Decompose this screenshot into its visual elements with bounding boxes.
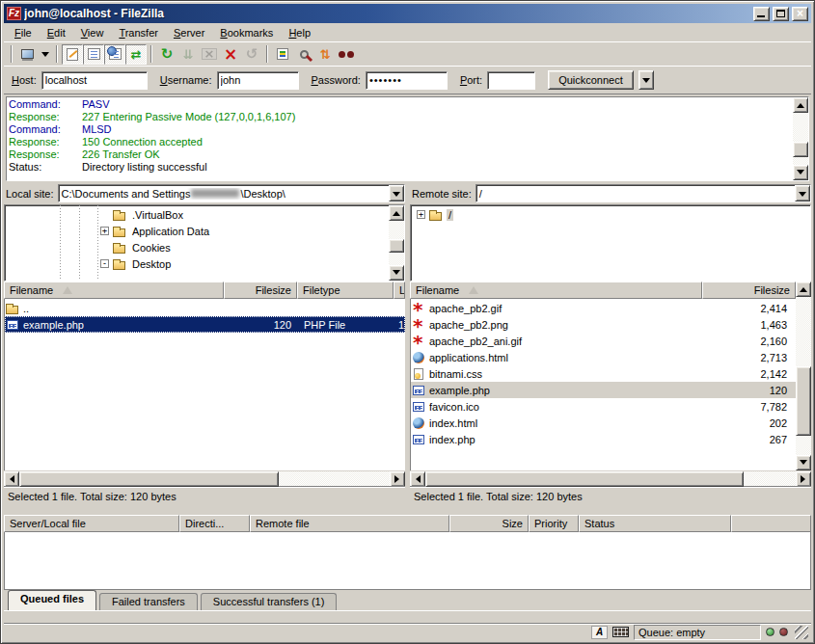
site-manager-dropdown-button[interactable] bbox=[38, 44, 52, 65]
menu-server[interactable]: Server bbox=[166, 25, 212, 40]
column-size[interactable]: Size bbox=[449, 515, 529, 532]
scroll-up-button[interactable] bbox=[389, 205, 404, 221]
find-files-button[interactable] bbox=[336, 44, 357, 65]
column-filename[interactable]: Filename bbox=[410, 282, 702, 299]
menu-help[interactable]: Help bbox=[281, 25, 318, 40]
queue-splitter[interactable] bbox=[4, 505, 811, 515]
file-row[interactable]: favicon.ico7,782 bbox=[411, 398, 796, 415]
scroll-right-button[interactable] bbox=[390, 471, 405, 487]
tab-failed-transfers[interactable]: Failed transfers bbox=[99, 593, 198, 610]
local-site-combo[interactable]: C:\Documents and Settings\Desktop\ bbox=[58, 184, 405, 202]
reconnect-button[interactable]: ↺ bbox=[241, 44, 262, 65]
file-row[interactable]: index.php267 bbox=[411, 431, 796, 447]
scroll-track[interactable] bbox=[425, 471, 796, 487]
column-last-modified[interactable]: L bbox=[394, 282, 405, 299]
local-horizontal-scrollbar[interactable] bbox=[4, 471, 405, 487]
toggle-queue-button[interactable]: ⇄ bbox=[125, 44, 147, 65]
column-server-local-file[interactable]: Server/Local file bbox=[4, 515, 179, 532]
quickconnect-button[interactable]: Quickconnect bbox=[548, 70, 634, 90]
process-queue-button[interactable]: ⇊ bbox=[177, 44, 199, 65]
file-row[interactable]: index.html202 bbox=[411, 415, 796, 431]
site-manager-button[interactable] bbox=[16, 44, 38, 65]
file-row[interactable]: apache_pb2_ani.gif2,160 bbox=[411, 333, 796, 349]
tree-item[interactable]: -Desktop bbox=[5, 255, 389, 272]
log-scrollbar[interactable] bbox=[793, 97, 808, 180]
column-status[interactable]: Status bbox=[579, 515, 731, 532]
username-input[interactable] bbox=[217, 71, 299, 90]
disconnect-button[interactable]: × bbox=[220, 44, 241, 65]
scroll-up-button[interactable] bbox=[796, 282, 811, 297]
minimize-button[interactable] bbox=[753, 7, 770, 21]
close-button[interactable]: × bbox=[792, 7, 808, 21]
local-tree-scrollbar[interactable] bbox=[389, 205, 404, 281]
menu-transfer[interactable]: Transfer bbox=[111, 25, 166, 40]
menu-file[interactable]: File bbox=[7, 25, 40, 40]
remote-site-dropdown-button[interactable] bbox=[795, 185, 810, 201]
scroll-thumb[interactable] bbox=[19, 471, 279, 487]
scroll-thumb[interactable] bbox=[425, 471, 744, 487]
scroll-right-button[interactable] bbox=[796, 471, 811, 487]
file-row[interactable]: apache_pb2.gif2,414 bbox=[411, 300, 796, 316]
scroll-down-button[interactable] bbox=[793, 165, 808, 180]
tree-item[interactable]: +/ bbox=[411, 206, 810, 223]
scroll-down-button[interactable] bbox=[796, 455, 811, 470]
local-site-dropdown-button[interactable] bbox=[389, 185, 404, 201]
column-remote-file[interactable]: Remote file bbox=[250, 515, 449, 532]
password-input[interactable] bbox=[366, 71, 448, 90]
file-row[interactable]: apache_pb2.png1,463 bbox=[411, 316, 796, 333]
scroll-track[interactable] bbox=[389, 221, 404, 265]
tree-item[interactable]: Cookies bbox=[5, 239, 389, 255]
cancel-button[interactable]: × bbox=[199, 44, 220, 65]
column-filesize[interactable]: Filesize bbox=[224, 282, 297, 299]
tree-item[interactable]: +Application Data bbox=[5, 223, 389, 239]
scroll-up-button[interactable] bbox=[793, 97, 808, 113]
scroll-track[interactable] bbox=[793, 113, 808, 165]
expand-icon[interactable]: + bbox=[417, 210, 425, 219]
scroll-thumb[interactable] bbox=[796, 366, 811, 436]
quickconnect-dropdown-button[interactable] bbox=[638, 70, 654, 90]
refresh-button[interactable]: ↻ bbox=[156, 44, 177, 65]
remote-site-combo[interactable]: / bbox=[475, 184, 811, 202]
remote-horizontal-scrollbar[interactable] bbox=[410, 471, 811, 487]
toggle-message-log-button[interactable] bbox=[62, 44, 83, 65]
file-row[interactable]: applications.html2,713 bbox=[411, 349, 796, 365]
remote-list-scrollbar[interactable] bbox=[796, 282, 811, 470]
menu-view[interactable]: View bbox=[73, 25, 112, 40]
directory-comparison-button[interactable] bbox=[293, 44, 314, 65]
tree-item[interactable]: .VirtualBox bbox=[5, 206, 389, 223]
menu-bookmarks[interactable]: Bookmarks bbox=[212, 25, 281, 40]
scroll-thumb[interactable] bbox=[389, 239, 404, 253]
data-type-indicator-icon[interactable]: A bbox=[591, 626, 608, 639]
filter-button[interactable] bbox=[272, 44, 293, 65]
scroll-track[interactable] bbox=[796, 297, 811, 455]
menu-edit[interactable]: Edit bbox=[40, 25, 73, 40]
scroll-track[interactable] bbox=[19, 471, 390, 487]
host-input[interactable] bbox=[41, 71, 148, 90]
scroll-left-button[interactable] bbox=[410, 471, 425, 487]
column-filetype[interactable]: Filetype bbox=[297, 282, 394, 299]
port-input[interactable] bbox=[487, 71, 535, 90]
column-priority[interactable]: Priority bbox=[529, 515, 579, 532]
title-bar[interactable]: Fz john@localhost - FileZilla × bbox=[4, 4, 811, 23]
toggle-remote-tree-button[interactable] bbox=[104, 44, 125, 65]
file-row-selected[interactable]: example.php 120 PHP File 1 bbox=[5, 316, 405, 333]
resize-grip[interactable] bbox=[795, 626, 808, 639]
queue-list[interactable] bbox=[4, 532, 811, 590]
column-direction[interactable]: Directi... bbox=[179, 515, 250, 532]
scroll-thumb[interactable] bbox=[793, 142, 808, 157]
file-row[interactable]: .. bbox=[5, 300, 405, 316]
collapse-icon[interactable]: - bbox=[100, 259, 109, 268]
tab-queued-files[interactable]: Queued files bbox=[8, 590, 96, 610]
scroll-left-button[interactable] bbox=[4, 471, 19, 487]
column-filename[interactable]: Filename bbox=[4, 282, 224, 299]
keypad-icon[interactable] bbox=[612, 627, 629, 637]
file-row[interactable]: bitnami.css2,142 bbox=[411, 365, 796, 382]
tab-successful-transfers[interactable]: Successful transfers (1) bbox=[201, 593, 338, 610]
synchronized-browsing-button[interactable]: ⇅ bbox=[314, 44, 336, 65]
scroll-down-button[interactable] bbox=[389, 265, 404, 281]
toggle-local-tree-button[interactable] bbox=[83, 44, 104, 65]
column-filesize[interactable]: Filesize bbox=[702, 282, 796, 299]
file-row-selected[interactable]: example.php120 bbox=[411, 382, 796, 398]
maximize-button[interactable] bbox=[773, 7, 789, 21]
expand-icon[interactable]: + bbox=[100, 227, 109, 235]
